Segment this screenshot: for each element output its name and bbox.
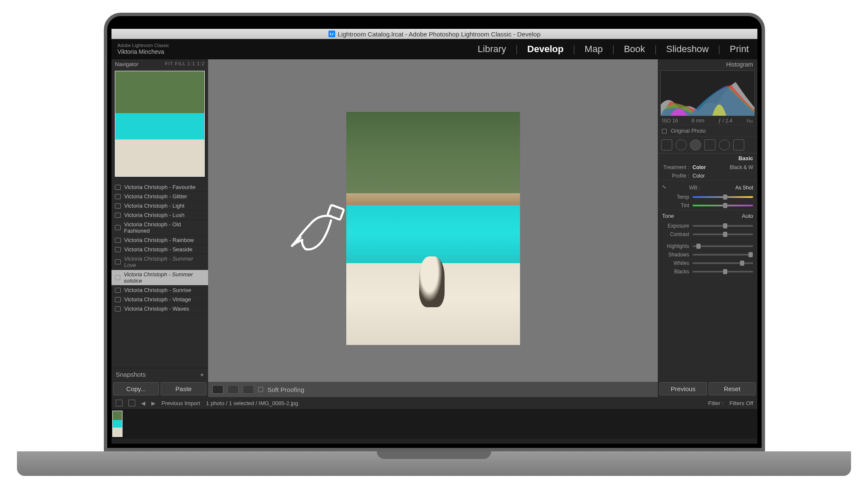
highlights-row: Highlights [658, 242, 757, 250]
navigator-thumbnail[interactable] [115, 71, 205, 177]
before-after-icon[interactable] [228, 385, 239, 394]
auto-button[interactable]: Auto [742, 213, 753, 219]
preset-list: Victoria Christoph - Favourite Victoria … [111, 183, 208, 368]
preset-item[interactable]: Victoria Christoph - Lush [111, 211, 208, 220]
navigator-header: Navigator FIT FILL 1:1 1:2 [111, 59, 208, 69]
app-name: Adobe Lightroom Classic [117, 43, 169, 48]
app-screen: Lr Lightroom Catalog.lrcat - Adobe Photo… [111, 29, 757, 444]
whites-slider[interactable] [693, 262, 753, 264]
snapshots-header[interactable]: Snapshots + [111, 368, 208, 381]
preset-icon [115, 247, 121, 252]
preset-icon [115, 238, 121, 243]
preset-item-selected[interactable]: Victoria Christoph - Summer solstice [111, 270, 208, 286]
preset-item[interactable]: Victoria Christoph - Summer Love [111, 254, 208, 270]
soft-proofing-label: Soft Proofing [267, 386, 304, 393]
preset-item[interactable]: Victoria Christoph - Waves [111, 304, 208, 314]
eyedropper-icon[interactable]: ⤡ [662, 184, 670, 192]
filmstrip: ◀ ▶ Previous Import 1 photo / 1 selected… [111, 397, 757, 444]
preset-item[interactable]: Victoria Christoph - Light [111, 201, 208, 211]
preset-item[interactable]: Victoria Christoph - Vintage [111, 295, 208, 304]
film-thumbnail[interactable] [112, 411, 122, 437]
temp-row: Temp [658, 193, 757, 201]
wb-value[interactable]: As Shot [735, 185, 753, 191]
module-print[interactable]: Print [727, 44, 751, 55]
contrast-slider[interactable] [693, 233, 753, 235]
preset-item[interactable]: Victoria Christoph - Rainbow [111, 236, 208, 245]
brush-tool-icon[interactable] [733, 139, 744, 150]
module-slideshow[interactable]: Slideshow [664, 44, 711, 55]
filter-value[interactable]: Filters Off [729, 400, 753, 406]
highlights-slider[interactable] [693, 245, 753, 247]
copy-button[interactable]: Copy... [113, 382, 159, 395]
loupe-view-icon[interactable] [212, 385, 223, 394]
main-photo[interactable] [346, 112, 520, 345]
filmstrip-count: 1 photo / 1 selected / IMG_0085-2.jpg [206, 400, 298, 406]
preset-item[interactable]: Victoria Christoph - Sunrise [111, 286, 208, 295]
whites-row: Whites [658, 259, 757, 267]
snapshots-title: Snapshots [116, 371, 146, 378]
filmstrip-source[interactable]: Previous Import [161, 400, 200, 406]
shadows-row: Shadows [658, 250, 757, 259]
blacks-slider[interactable] [693, 271, 753, 272]
monitor-icon[interactable] [116, 400, 122, 406]
before-after-split-icon[interactable] [243, 385, 254, 394]
histogram-title: Histogram [658, 59, 757, 69]
module-library[interactable]: Library [475, 44, 509, 55]
histogram[interactable] [660, 70, 755, 116]
laptop-base [17, 451, 851, 476]
filter-label: Filter : [708, 400, 723, 406]
preset-item[interactable]: Victoria Christoph - Glitter [111, 192, 208, 201]
exposure-row: Exposure [658, 222, 757, 230]
app-header: Adobe Lightroom Classic Viktoria Minchev… [111, 39, 757, 59]
preset-icon [115, 259, 121, 264]
radial-filter-tool-icon[interactable] [719, 139, 730, 150]
add-snapshot-button[interactable]: + [200, 371, 204, 378]
center-toolbar: Soft Proofing [208, 382, 658, 397]
spot-removal-tool-icon[interactable] [676, 139, 687, 150]
left-panel: Navigator FIT FILL 1:1 1:2 Victoria Chri… [111, 59, 208, 397]
right-button-row: Previous Reset [658, 381, 757, 397]
module-book[interactable]: Book [621, 44, 648, 55]
preset-icon [115, 194, 121, 199]
redeye-tool-icon[interactable] [690, 139, 701, 150]
left-button-row: Copy... Paste [111, 381, 208, 397]
film-tray[interactable] [111, 409, 757, 439]
focal-length: 6 mm [692, 118, 704, 124]
reset-button[interactable]: Reset [709, 382, 756, 395]
original-photo-checkbox[interactable] [662, 129, 667, 133]
temp-slider[interactable] [693, 196, 753, 198]
basic-panel-title[interactable]: Basic [658, 153, 757, 163]
tone-label: Tone [662, 213, 674, 219]
profile-label: Profile : [662, 173, 689, 179]
treatment-color[interactable]: Color [693, 164, 706, 170]
preset-icon [115, 275, 120, 280]
crop-tool-icon[interactable] [661, 139, 672, 150]
shadows-slider[interactable] [693, 254, 753, 256]
nav-back-icon[interactable]: ◀ [141, 400, 145, 406]
original-photo-row[interactable]: Original Photo [658, 125, 757, 137]
previous-button[interactable]: Previous [659, 382, 707, 395]
paste-button[interactable]: Paste [161, 382, 206, 395]
histogram-info: ISO 16 6 mm ƒ / 2.4 ¹⁄₂₅ [658, 117, 757, 125]
laptop-frame: Lr Lightroom Catalog.lrcat - Adobe Photo… [104, 13, 765, 451]
module-develop[interactable]: Develop [525, 44, 566, 55]
tint-label: Tint [662, 203, 689, 208]
contrast-row: Contrast [658, 230, 757, 239]
grid-icon[interactable] [128, 400, 135, 406]
treatment-bw[interactable]: Black & W [730, 164, 753, 170]
navigator-zoom[interactable]: FIT FILL 1:1 1:2 [165, 61, 205, 67]
shutter-speed: ¹⁄₂₅ [746, 118, 753, 124]
window-title: Lightroom Catalog.lrcat - Adobe Photosho… [338, 31, 541, 38]
preset-item[interactable]: Victoria Christoph - Favourite [111, 183, 208, 192]
module-map[interactable]: Map [582, 44, 605, 55]
profile-value[interactable]: Color [693, 173, 705, 179]
preset-item[interactable]: Victoria Christoph - Old Fashioned [111, 220, 208, 236]
preset-item[interactable]: Victoria Christoph - Seaside [111, 245, 208, 254]
grad-filter-tool-icon[interactable] [704, 139, 715, 150]
nav-forward-icon[interactable]: ▶ [151, 400, 156, 406]
preset-icon [115, 225, 121, 230]
treatment-row: Treatment : Color Black & W [658, 163, 757, 172]
tint-slider[interactable] [693, 205, 753, 206]
soft-proofing-checkbox[interactable] [258, 387, 263, 392]
exposure-slider[interactable] [693, 225, 753, 227]
